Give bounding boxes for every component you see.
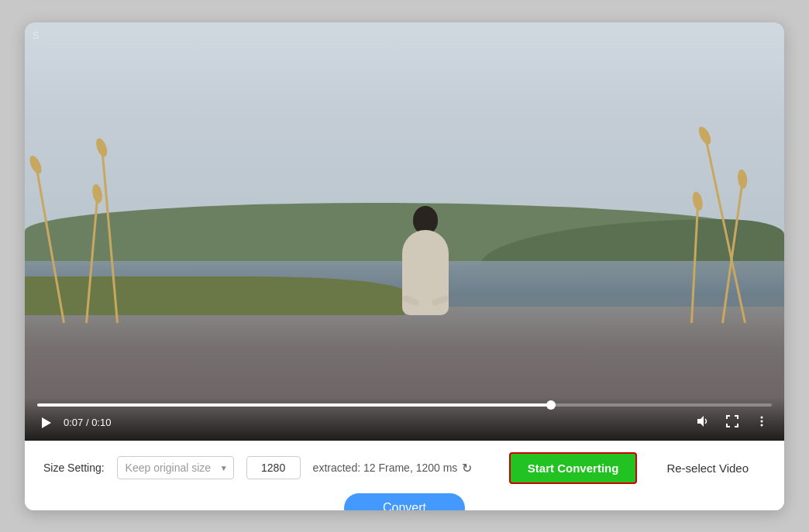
refresh-icon[interactable]: ↻: [462, 461, 472, 475]
svg-point-3: [761, 420, 763, 422]
progress-bar[interactable]: [37, 403, 772, 407]
progress-bar-fill: [37, 403, 552, 407]
svg-point-4: [761, 424, 763, 426]
convert-area: Convert: [25, 495, 784, 510]
width-input[interactable]: [246, 456, 301, 479]
person-arm-right: [431, 294, 449, 306]
video-scene: S: [25, 22, 784, 441]
controls-row: 0:07 / 0:10: [37, 413, 772, 433]
reselect-video-button[interactable]: Re-select Video: [649, 454, 766, 482]
person: [391, 191, 460, 315]
person-body: [402, 230, 449, 315]
more-options-button[interactable]: [752, 413, 772, 433]
main-card: S 0:07 / 0:10: [25, 22, 784, 510]
video-controls: 0:07 / 0:10: [25, 397, 784, 441]
svg-marker-0: [42, 417, 51, 428]
time-display: 0:07 / 0:10: [64, 417, 111, 428]
person-arm-left: [401, 294, 419, 306]
extracted-text: extracted: 12 Frame, 1200 ms: [313, 462, 458, 474]
svg-point-2: [761, 416, 763, 418]
watermark: S: [33, 30, 39, 41]
size-setting-label: Size Setting:: [43, 462, 105, 474]
size-select-wrapper: Keep original size Custom size 480p 720p…: [117, 456, 234, 479]
convert-button[interactable]: Convert: [344, 493, 465, 510]
start-converting-button[interactable]: Start Converting: [509, 452, 638, 484]
bottom-bar: Size Setting: Keep original size Custom …: [25, 441, 784, 495]
size-select[interactable]: Keep original size Custom size 480p 720p…: [117, 456, 234, 479]
play-button[interactable]: [37, 414, 54, 431]
video-container: S 0:07 / 0:10: [25, 22, 784, 441]
fullscreen-button[interactable]: [722, 413, 742, 433]
extracted-info: extracted: 12 Frame, 1200 ms ↻: [313, 461, 473, 475]
grass-bank: [25, 276, 404, 315]
volume-button[interactable]: [693, 413, 713, 433]
svg-marker-1: [697, 416, 704, 427]
